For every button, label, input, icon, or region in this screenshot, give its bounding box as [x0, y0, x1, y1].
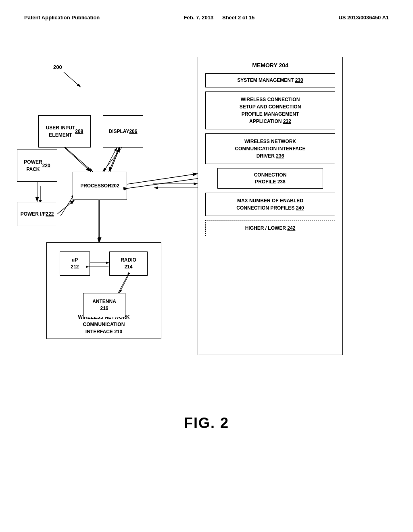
svg-line-25 [65, 148, 91, 172]
svg-line-3 [65, 148, 93, 172]
diagram-area: 200 [0, 45, 413, 407]
radio-box: RADIO214 [109, 251, 148, 276]
display-box: DISPLAY206 [103, 115, 143, 148]
header-right: US 2013/0036450 A1 [338, 15, 389, 21]
antenna-box: ANTENNA216 [83, 293, 125, 317]
svg-line-24 [57, 200, 75, 214]
wireless-driver-box: WIRELESS NETWORKCOMMUNICATION INTERFACED… [205, 133, 335, 164]
higher-lower-box: HIGHER / LOWER 242 [205, 220, 335, 236]
sheet-info: Sheet 2 of 15 [222, 15, 254, 21]
power-if-box: POWER I/F222 [17, 202, 57, 226]
svg-line-26 [109, 148, 119, 172]
wireless-conn-box: WIRELESS CONNECTIONSETUP AND CONNECTIONP… [205, 91, 335, 129]
fig-label: FIG. 2 [184, 415, 229, 432]
processor-box: PROCESSOR202 [73, 172, 127, 200]
svg-line-2 [64, 72, 81, 87]
sys-mgmt-box: SYSTEM MANAGEMENT 230 [205, 73, 335, 87]
header-left: Patent Application Publication [24, 15, 100, 21]
user-input-box: USER INPUTELEMENT 208 [38, 115, 91, 148]
max-profiles-box: MAX NUMBER OF ENABLEDCONNECTION PROFILES… [205, 193, 335, 216]
svg-line-27 [110, 148, 120, 172]
svg-line-29 [127, 174, 198, 184]
svg-line-30 [128, 179, 198, 188]
diagram-label: 200 [53, 64, 62, 70]
svg-line-5 [104, 148, 117, 172]
memory-label: MEMORY 204 [205, 62, 335, 69]
up-box: uP212 [60, 251, 90, 276]
power-pack-box: POWERPACK220 [17, 150, 57, 182]
svg-line-4 [103, 148, 122, 172]
page-header: Patent Application Publication Feb. 7, 2… [0, 0, 413, 21]
conn-profile-box: CONNECTIONPROFILE 238 [217, 168, 323, 189]
wireless-interface-box: WIRELESS NETWORKCOMMUNICATIONINTERFACE 2… [46, 242, 161, 339]
header-center: Feb. 7, 2013 Sheet 2 of 15 [184, 15, 255, 21]
memory-container: MEMORY 204 SYSTEM MANAGEMENT 230 WIRELES… [198, 57, 343, 355]
